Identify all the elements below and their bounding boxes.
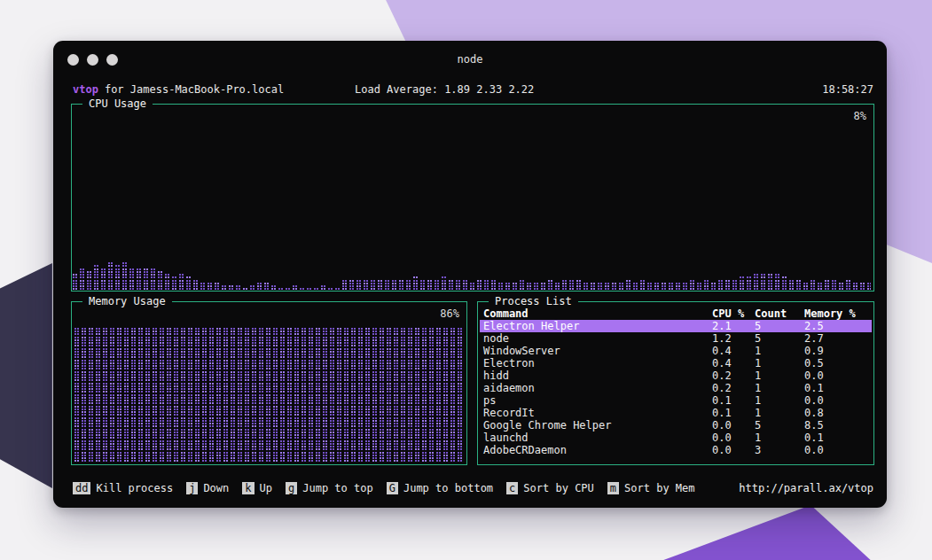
cell-count: 1 (755, 407, 804, 419)
shortcut-label: Kill process (96, 482, 173, 494)
cell-cpu: 0.0 (712, 444, 755, 456)
process-row[interactable]: node1.252.7 (480, 332, 872, 345)
cell-count: 1 (755, 369, 804, 382)
cell-count: 5 (755, 419, 804, 432)
shortcut-label: Down (203, 482, 229, 494)
cell-cpu: 0.0 (712, 419, 755, 432)
cell-cpu: 0.2 (712, 382, 755, 394)
memory-percent-label: 86% (440, 307, 459, 320)
cell-memory: 2.5 (804, 320, 872, 332)
cell-memory: 0.0 (804, 369, 872, 382)
cell-command: node (483, 332, 712, 345)
process-row[interactable]: ps0.110.0 (480, 394, 872, 407)
clock: 18:58:27 (822, 83, 873, 96)
cell-cpu: 0.1 (712, 394, 755, 407)
vtop-header: vtopfor Jamess-MacBook-Pro.local Load Av… (53, 83, 887, 96)
app-name: vtop (73, 83, 98, 96)
host-label: vtopfor Jamess-MacBook-Pro.local (73, 83, 284, 96)
cell-cpu: 0.2 (712, 369, 755, 382)
memory-usage-panel: Memory Usage 86% (71, 301, 467, 465)
cell-memory: 0.5 (804, 357, 872, 369)
process-panel-title: Process List (489, 295, 578, 307)
cell-memory: 0.9 (804, 345, 872, 357)
shortcut-key: j (186, 482, 198, 494)
cell-cpu: 0.4 (712, 357, 755, 369)
cell-command: RecordIt (483, 407, 712, 419)
vtop-url[interactable]: http://parall.ax/vtop (739, 482, 873, 494)
cell-cpu: 0.1 (712, 407, 755, 419)
shortcut-up[interactable]: kUp (242, 482, 272, 494)
column-header: CPU % (712, 307, 755, 320)
cell-command: Electron (483, 357, 712, 369)
shortcut-label: Sort by Mem (624, 482, 694, 494)
cell-count: 1 (755, 382, 804, 394)
cell-command: AdobeCRDaemon (483, 444, 712, 456)
host-text: for Jamess-MacBook-Pro.local (105, 83, 284, 96)
footer-bar: ddKill processjDownkUpgJump to topGJump … (73, 482, 873, 494)
cell-count: 3 (755, 444, 804, 456)
shortcut-sort-by-mem[interactable]: mSort by Mem (607, 482, 695, 494)
shortcut-key: k (242, 482, 254, 494)
cell-command: Google Chrome Helper (483, 419, 712, 432)
shortcut-sort-by-cpu[interactable]: cSort by CPU (506, 482, 594, 494)
shortcut-key: G (387, 482, 398, 494)
shortcut-jump-to-bottom[interactable]: GJump to bottom (387, 482, 493, 494)
cell-memory: 0.8 (804, 407, 872, 419)
window-title: node (53, 53, 887, 66)
cell-command: ps (483, 394, 712, 407)
process-list-panel: Process List CommandCPU %CountMemory % E… (477, 301, 874, 465)
cell-command: launchd (483, 432, 712, 444)
cpu-history-chart (73, 228, 871, 290)
keyboard-shortcuts: ddKill processjDownkUpgJump to topGJump … (73, 482, 695, 494)
process-row[interactable]: WindowServer0.410.9 (480, 345, 872, 357)
shortcut-label: Sort by CPU (523, 482, 593, 494)
cell-count: 1 (755, 432, 804, 444)
titlebar: node (53, 41, 887, 76)
process-row[interactable]: RecordIt0.110.8 (480, 407, 872, 419)
process-table-header: CommandCPU %CountMemory % (480, 307, 872, 320)
process-row[interactable]: AdobeCRDaemon0.030.0 (480, 444, 872, 456)
cell-memory: 0.1 (804, 432, 872, 444)
process-row[interactable]: hidd0.210.0 (480, 369, 872, 382)
cpu-percent-label: 8% (854, 110, 866, 122)
column-header: Count (755, 307, 804, 320)
shortcut-key: dd (73, 482, 90, 494)
cell-command: WindowServer (483, 345, 712, 357)
cell-count: 1 (755, 357, 804, 369)
cell-cpu: 0.4 (712, 345, 755, 357)
memory-usage-chart (74, 326, 462, 462)
cell-memory: 0.0 (804, 444, 872, 456)
column-header: Command (483, 307, 712, 320)
process-row[interactable]: aidaemon0.210.1 (480, 382, 872, 394)
cell-memory: 0.0 (804, 394, 872, 407)
shortcut-label: Up (260, 482, 272, 494)
cell-memory: 0.1 (804, 382, 872, 394)
process-table-body: Electron Helper2.152.5node1.252.7WindowS… (478, 320, 873, 456)
cpu-usage-panel: CPU Usage 8% (71, 104, 874, 292)
process-row[interactable]: launchd0.010.1 (480, 432, 872, 444)
cell-command: hidd (483, 369, 712, 382)
cell-count: 1 (755, 345, 804, 357)
process-row[interactable]: Electron Helper2.152.5 (480, 320, 872, 332)
cell-cpu: 2.1 (712, 320, 755, 332)
cell-count: 5 (755, 320, 804, 332)
shortcut-label: Jump to top (302, 482, 372, 494)
process-row[interactable]: Google Chrome Helper0.058.5 (480, 419, 872, 432)
process-row[interactable]: Electron0.410.5 (480, 357, 872, 369)
cell-command: aidaemon (483, 382, 712, 394)
shortcut-jump-to-top[interactable]: gJump to top (286, 482, 373, 494)
column-header: Memory % (804, 307, 872, 320)
memory-panel-title: Memory Usage (82, 295, 172, 307)
cell-memory: 2.7 (804, 332, 872, 345)
desktop-background: node vtopfor Jamess-MacBook-Pro.local Lo… (0, 0, 932, 560)
terminal-window: node vtopfor Jamess-MacBook-Pro.local Lo… (53, 41, 887, 508)
shortcut-down[interactable]: jDown (186, 482, 229, 494)
cell-count: 1 (755, 394, 804, 407)
cell-command: Electron Helper (483, 320, 712, 332)
shortcut-label: Jump to bottom (403, 482, 493, 494)
shortcut-key: c (506, 482, 518, 494)
shortcut-key: g (286, 482, 297, 494)
cell-count: 5 (755, 332, 804, 345)
cell-cpu: 0.0 (712, 432, 755, 444)
shortcut-kill-process[interactable]: ddKill process (73, 482, 173, 494)
